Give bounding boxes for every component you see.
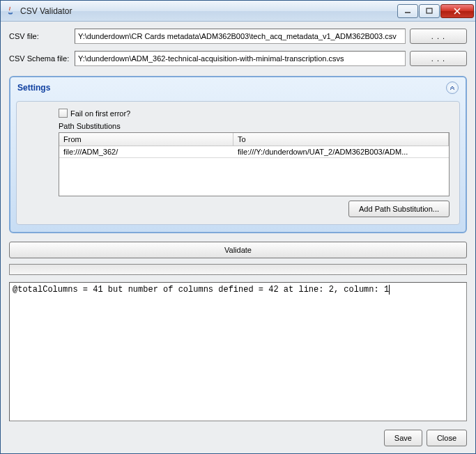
save-button[interactable]: Save — [384, 430, 422, 446]
close-app-button[interactable]: Close — [427, 430, 467, 446]
svg-rect-1 — [427, 8, 432, 13]
add-path-substitution-button[interactable]: Add Path Substitution... — [348, 201, 450, 217]
path-substitutions-label: Path Substitutions — [59, 122, 450, 130]
bottom-buttons: Save Close — [9, 430, 467, 446]
col-to[interactable]: To — [233, 133, 449, 146]
progress-bar — [9, 264, 467, 275]
add-sub-row: Add Path Substitution... — [59, 201, 450, 217]
validate-button[interactable]: Validate — [9, 242, 467, 258]
fail-checkbox[interactable] — [59, 109, 68, 118]
col-from[interactable]: From — [59, 133, 233, 146]
java-icon — [5, 6, 16, 17]
table-row[interactable]: file:///ADM_362/ file:///Y:/dunderdown/U… — [59, 146, 449, 158]
settings-body: Fail on first error? Path Substitutions … — [16, 101, 460, 225]
close-button[interactable] — [440, 4, 474, 18]
csv-file-row: CSV file: . . . — [9, 29, 467, 44]
csv-browse-button[interactable]: . . . — [410, 29, 467, 44]
app-window: CSV Validator CSV file: . . . CSV Schema… — [0, 0, 476, 454]
settings-header[interactable]: Settings — [10, 77, 466, 98]
collapse-icon[interactable] — [446, 81, 459, 94]
schema-browse-button[interactable]: . . . — [410, 51, 467, 66]
titlebar[interactable]: CSV Validator — [1, 1, 475, 22]
minimize-button[interactable] — [397, 4, 418, 18]
table-header: From To — [59, 133, 449, 146]
settings-title: Settings — [17, 83, 446, 93]
window-title: CSV Validator — [20, 6, 397, 16]
schema-file-input[interactable] — [75, 51, 406, 66]
fail-label: Fail on first error? — [70, 109, 130, 118]
maximize-button[interactable] — [419, 4, 440, 18]
schema-file-label: CSV Schema file: — [9, 54, 70, 63]
output-text: @totalColumns = 41 but number of columns… — [13, 285, 389, 295]
settings-panel: Settings Fail on first error? Path Subst… — [9, 76, 467, 233]
csv-file-label: CSV file: — [9, 32, 70, 40]
cell-to[interactable]: file:///Y:/dunderdown/UAT_2/ADM362B003/A… — [233, 146, 449, 157]
path-substitutions-table: From To file:///ADM_362/ file:///Y:/dund… — [59, 132, 450, 196]
text-cursor — [389, 285, 390, 295]
schema-file-row: CSV Schema file: . . . — [9, 51, 467, 66]
output-textarea[interactable]: @totalColumns = 41 but number of columns… — [9, 282, 467, 421]
fail-on-first-error-row: Fail on first error? — [59, 109, 450, 118]
cell-from[interactable]: file:///ADM_362/ — [59, 146, 233, 157]
csv-file-input[interactable] — [75, 29, 406, 44]
window-controls — [397, 4, 474, 18]
content-area: CSV file: . . . CSV Schema file: . . . S… — [1, 22, 475, 453]
